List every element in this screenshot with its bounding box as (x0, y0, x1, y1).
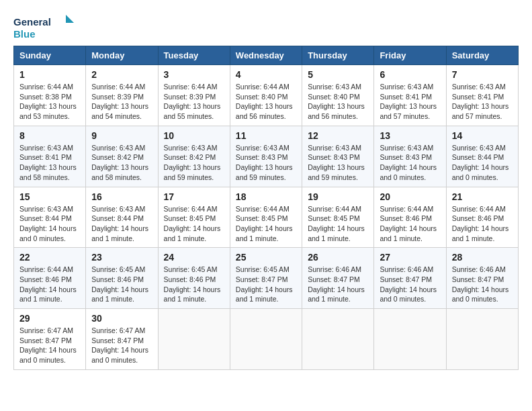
calendar-cell: 7Sunrise: 6:43 AMSunset: 8:41 PMDaylight… (446, 65, 518, 126)
calendar-cell (230, 309, 302, 370)
calendar-week-row: 15Sunrise: 6:43 AMSunset: 8:44 PMDayligh… (14, 187, 519, 248)
cell-content: Sunrise: 6:47 AMSunset: 8:47 PMDaylight:… (91, 326, 152, 365)
page-header: General Blue (13, 13, 519, 40)
cell-content: Sunrise: 6:43 AMSunset: 8:44 PMDaylight:… (452, 143, 513, 183)
cell-content: Sunrise: 6:44 AMSunset: 8:45 PMDaylight:… (236, 204, 296, 244)
calendar-cell: 13Sunrise: 6:43 AMSunset: 8:43 PMDayligh… (374, 126, 446, 187)
day-number: 29 (19, 313, 80, 324)
cell-content: Sunrise: 6:43 AMSunset: 8:41 PMDaylight:… (380, 82, 440, 122)
calendar-week-row: 8Sunrise: 6:43 AMSunset: 8:41 PMDaylight… (14, 126, 519, 187)
day-number: 15 (19, 191, 80, 202)
calendar-week-row: 22Sunrise: 6:44 AMSunset: 8:46 PMDayligh… (14, 248, 519, 309)
cell-content: Sunrise: 6:43 AMSunset: 8:41 PMDaylight:… (452, 82, 513, 122)
cell-content: Sunrise: 6:43 AMSunset: 8:43 PMDaylight:… (236, 143, 296, 183)
calendar-cell: 8Sunrise: 6:43 AMSunset: 8:41 PMDaylight… (14, 126, 86, 187)
cell-content: Sunrise: 6:45 AMSunset: 8:46 PMDaylight:… (164, 265, 224, 304)
day-number: 4 (236, 69, 296, 80)
cell-content: Sunrise: 6:45 AMSunset: 8:46 PMDaylight:… (91, 265, 152, 304)
day-number: 26 (308, 252, 368, 263)
cell-content: Sunrise: 6:43 AMSunset: 8:40 PMDaylight:… (308, 82, 368, 122)
day-number: 19 (308, 191, 368, 202)
calendar-cell (446, 309, 518, 370)
calendar-cell: 27Sunrise: 6:46 AMSunset: 8:47 PMDayligh… (374, 248, 446, 309)
calendar-day-header: Sunday (14, 46, 86, 65)
calendar-cell: 4Sunrise: 6:44 AMSunset: 8:40 PMDaylight… (230, 65, 302, 126)
logo: General Blue (13, 13, 74, 40)
day-number: 3 (164, 69, 224, 80)
calendar-cell (302, 309, 374, 370)
calendar-cell: 18Sunrise: 6:44 AMSunset: 8:45 PMDayligh… (230, 187, 302, 248)
calendar-cell: 10Sunrise: 6:43 AMSunset: 8:42 PMDayligh… (158, 126, 230, 187)
cell-content: Sunrise: 6:46 AMSunset: 8:47 PMDaylight:… (380, 265, 440, 304)
day-number: 27 (380, 252, 440, 263)
svg-text:Blue: Blue (13, 28, 36, 40)
calendar-cell: 9Sunrise: 6:43 AMSunset: 8:42 PMDaylight… (86, 126, 158, 187)
cell-content: Sunrise: 6:44 AMSunset: 8:39 PMDaylight:… (91, 82, 152, 122)
day-number: 8 (19, 130, 80, 141)
calendar-cell: 20Sunrise: 6:44 AMSunset: 8:46 PMDayligh… (374, 187, 446, 248)
calendar-cell (374, 309, 446, 370)
day-number: 20 (380, 191, 440, 202)
day-number: 25 (236, 252, 296, 263)
calendar-day-header: Friday (374, 46, 446, 65)
calendar-cell: 16Sunrise: 6:43 AMSunset: 8:44 PMDayligh… (86, 187, 158, 248)
calendar-table: SundayMondayTuesdayWednesdayThursdayFrid… (13, 46, 519, 370)
calendar-cell: 25Sunrise: 6:45 AMSunset: 8:47 PMDayligh… (230, 248, 302, 309)
calendar-day-header: Thursday (302, 46, 374, 65)
calendar-cell: 29Sunrise: 6:47 AMSunset: 8:47 PMDayligh… (14, 309, 86, 370)
day-number: 6 (380, 69, 440, 80)
calendar-cell: 28Sunrise: 6:46 AMSunset: 8:47 PMDayligh… (446, 248, 518, 309)
cell-content: Sunrise: 6:45 AMSunset: 8:47 PMDaylight:… (236, 265, 296, 304)
logo-icon: General Blue (13, 13, 74, 40)
cell-content: Sunrise: 6:46 AMSunset: 8:47 PMDaylight:… (308, 265, 368, 304)
calendar-cell: 23Sunrise: 6:45 AMSunset: 8:46 PMDayligh… (86, 248, 158, 309)
day-number: 14 (452, 130, 513, 141)
calendar-cell: 24Sunrise: 6:45 AMSunset: 8:46 PMDayligh… (158, 248, 230, 309)
day-number: 21 (452, 191, 513, 202)
cell-content: Sunrise: 6:44 AMSunset: 8:46 PMDaylight:… (19, 265, 80, 304)
cell-content: Sunrise: 6:44 AMSunset: 8:46 PMDaylight:… (380, 204, 440, 244)
cell-content: Sunrise: 6:43 AMSunset: 8:43 PMDaylight:… (380, 143, 440, 183)
cell-content: Sunrise: 6:44 AMSunset: 8:39 PMDaylight:… (164, 82, 224, 122)
day-number: 28 (452, 252, 513, 263)
cell-content: Sunrise: 6:47 AMSunset: 8:47 PMDaylight:… (19, 326, 80, 365)
calendar-cell: 19Sunrise: 6:44 AMSunset: 8:45 PMDayligh… (302, 187, 374, 248)
calendar-cell: 14Sunrise: 6:43 AMSunset: 8:44 PMDayligh… (446, 126, 518, 187)
calendar-week-row: 1Sunrise: 6:44 AMSunset: 8:38 PMDaylight… (14, 65, 519, 126)
day-number: 12 (308, 130, 368, 141)
calendar-cell (158, 309, 230, 370)
day-number: 11 (236, 130, 296, 141)
day-number: 2 (91, 69, 152, 80)
cell-content: Sunrise: 6:44 AMSunset: 8:46 PMDaylight:… (452, 204, 513, 244)
calendar-day-header: Monday (86, 46, 158, 65)
cell-content: Sunrise: 6:46 AMSunset: 8:47 PMDaylight:… (452, 265, 513, 304)
calendar-cell: 22Sunrise: 6:44 AMSunset: 8:46 PMDayligh… (14, 248, 86, 309)
calendar-day-header: Wednesday (230, 46, 302, 65)
day-number: 10 (164, 130, 224, 141)
cell-content: Sunrise: 6:43 AMSunset: 8:44 PMDaylight:… (91, 204, 152, 244)
day-number: 24 (164, 252, 224, 263)
cell-content: Sunrise: 6:43 AMSunset: 8:43 PMDaylight:… (308, 143, 368, 183)
calendar-cell: 26Sunrise: 6:46 AMSunset: 8:47 PMDayligh… (302, 248, 374, 309)
svg-text:General: General (13, 16, 51, 28)
calendar-cell: 2Sunrise: 6:44 AMSunset: 8:39 PMDaylight… (86, 65, 158, 126)
day-number: 17 (164, 191, 224, 202)
calendar-header-row: SundayMondayTuesdayWednesdayThursdayFrid… (14, 46, 519, 65)
day-number: 23 (91, 252, 152, 263)
svg-marker-2 (66, 15, 74, 23)
cell-content: Sunrise: 6:44 AMSunset: 8:40 PMDaylight:… (236, 82, 296, 122)
day-number: 22 (19, 252, 80, 263)
calendar-cell: 21Sunrise: 6:44 AMSunset: 8:46 PMDayligh… (446, 187, 518, 248)
day-number: 13 (380, 130, 440, 141)
calendar-cell: 6Sunrise: 6:43 AMSunset: 8:41 PMDaylight… (374, 65, 446, 126)
calendar-day-header: Tuesday (158, 46, 230, 65)
cell-content: Sunrise: 6:44 AMSunset: 8:45 PMDaylight:… (308, 204, 368, 244)
day-number: 5 (308, 69, 368, 80)
day-number: 7 (452, 69, 513, 80)
cell-content: Sunrise: 6:44 AMSunset: 8:38 PMDaylight:… (19, 82, 80, 122)
calendar-cell: 30Sunrise: 6:47 AMSunset: 8:47 PMDayligh… (86, 309, 158, 370)
cell-content: Sunrise: 6:44 AMSunset: 8:45 PMDaylight:… (164, 204, 224, 244)
day-number: 30 (91, 313, 152, 324)
day-number: 1 (19, 69, 80, 80)
day-number: 9 (91, 130, 152, 141)
